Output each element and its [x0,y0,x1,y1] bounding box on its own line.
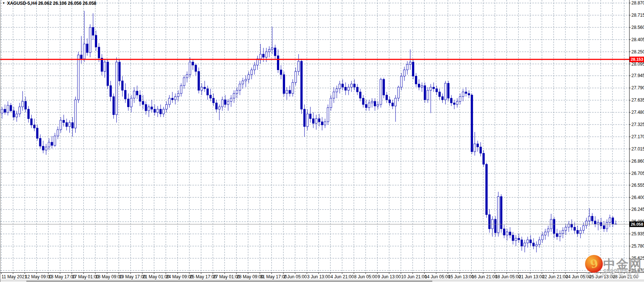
candle-body [498,196,499,233]
date-tick-label: 17 May 01:00 [72,274,99,279]
date-tick-label: 11 May 2021 [1,274,27,279]
price-badge: 28.153 [630,57,644,62]
scrollbar-thumb[interactable] [26,281,432,282]
candle-body [233,93,235,98]
candle-body [374,101,376,106]
candle-body [221,100,223,107]
candle-body [321,122,323,125]
candle-body [19,107,21,114]
date-tick-label: 2 Jun 05:00 [284,274,307,279]
candle-body [415,76,417,84]
candle-body [585,221,587,226]
candle-body [174,97,176,100]
candle-body [4,109,6,113]
candle-body [345,87,347,90]
candle-body [433,87,435,89]
price-tick-label: 27.945 [631,73,644,78]
candle-body [60,120,62,130]
price-tick-label: 27.170 [631,134,644,139]
candle-body [327,107,329,122]
candle-body [474,144,476,152]
candle-body [251,70,252,75]
candle-body [565,227,567,230]
price-tick-label: 25.625 [631,256,644,261]
candle-body [512,235,514,240]
price-chart[interactable]: 28.87028.71528.56028.40528.25028.09527.9… [0,0,644,282]
price-tick-label: 25.935 [631,231,644,236]
candle-body [33,125,35,128]
price-tick-label: 26.705 [631,171,644,176]
candle-body [518,238,520,240]
date-tick-label: 8 Jun 05:00 [354,274,377,279]
candle-body [89,27,91,53]
candle-body [315,119,317,123]
candle-body [57,130,59,136]
candle-body [597,222,599,224]
candle-body [227,101,229,104]
candle-body [603,226,605,229]
candle-body [107,62,109,86]
candle-body [582,226,584,230]
price-badge: 26.058 [630,222,644,227]
candle-body [527,240,529,243]
candle-body [336,89,338,92]
candle-body [609,218,611,223]
price-tick-label: 27.015 [631,146,644,152]
candle-body [389,100,390,103]
candle-body [142,101,144,104]
candle-body [342,84,344,87]
candle-body [248,74,250,79]
price-tick-label: 26.555 [631,183,644,188]
horizontal-scrollbar[interactable] [0,280,644,282]
candle-body [277,56,279,70]
candle-body [113,97,115,115]
candle-body [131,98,132,107]
date-tick-label: 25 May 17:00 [189,274,217,279]
price-tick-label: 27.325 [631,122,644,127]
candle-body [394,98,396,106]
candle-body [330,98,332,108]
candle-body [445,83,446,100]
candle-body [356,87,358,92]
candle-body [262,54,264,57]
candle-body [245,79,247,81]
dropdown-arrow-icon: ▼ [2,1,5,6]
candle-body [468,93,470,95]
candle-body [212,98,214,103]
price-tick-label: 27.635 [631,97,644,103]
price-tick-label: 27.790 [631,85,644,90]
date-tick-label: 12 May 09:00 [25,274,52,279]
candle-body [54,136,56,146]
candle-body [10,105,12,111]
candle-body [30,119,32,125]
candle-body [280,70,282,75]
candle-body [377,104,379,106]
candle-body [333,92,335,98]
candle-body [556,233,558,237]
candle-body [7,105,9,112]
candle-body [83,44,85,59]
price-tick-label: 26.245 [631,207,644,212]
candle-body [163,109,165,114]
candle-body [506,232,508,235]
candle-body [119,62,120,81]
candle-body [541,235,543,240]
candle-body [489,215,491,229]
candle-body [418,84,420,87]
candle-body [295,72,297,83]
candle-body [154,109,156,113]
candle-body [486,164,488,215]
candle-body [42,146,44,150]
candle-body [313,119,314,123]
candle-body [183,78,185,86]
candle-body [13,111,15,117]
candle-body [386,95,388,100]
candle-body [436,89,437,92]
candle-body [86,44,88,53]
candle-body [606,222,608,229]
date-tick-label: 19 May 17:00 [119,274,146,279]
candle-body [125,90,126,99]
candle-body [453,103,455,104]
candle-body [171,98,173,100]
candle-body [371,101,373,103]
